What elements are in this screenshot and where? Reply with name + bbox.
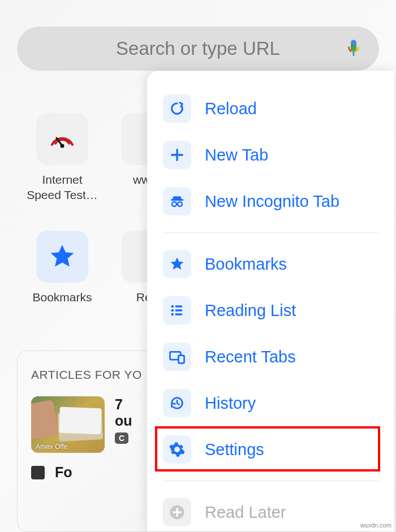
menu-item-settings[interactable]: Settings	[147, 426, 394, 473]
menu-item-history[interactable]: History	[147, 380, 394, 426]
menu-item-recent-tabs[interactable]: Recent Tabs	[147, 334, 394, 380]
star-icon	[36, 231, 88, 283]
svg-point-16	[171, 313, 174, 316]
plus-icon	[163, 141, 191, 169]
watermark: wsxdn.com	[360, 522, 391, 529]
shortcut-speedtest[interactable]: Internet Speed Test…	[25, 113, 99, 203]
menu-label: History	[205, 394, 256, 413]
menu-label: Reading List	[205, 301, 296, 320]
list-icon	[163, 296, 191, 325]
menu-divider	[163, 481, 378, 481]
history-icon	[163, 389, 191, 417]
plus-circle-icon	[163, 498, 191, 526]
article-text: 7 ou C	[115, 396, 132, 453]
star-icon	[163, 250, 191, 278]
search-placeholder: Search or type URL	[116, 38, 280, 59]
menu-label: New Incognito Tab	[205, 192, 339, 211]
menu-item-new-incognito[interactable]: New Incognito Tab	[147, 178, 394, 224]
article-icon	[31, 466, 45, 479]
menu-item-reload[interactable]: Reload	[147, 85, 394, 132]
menu-label: Settings	[205, 440, 264, 459]
menu-label: Recent Tabs	[205, 348, 296, 366]
speedtest-icon	[36, 113, 88, 165]
menu-label: Reload	[205, 100, 257, 118]
shortcut-label: Internet Speed Test…	[25, 172, 99, 203]
svg-point-10	[178, 202, 182, 206]
menu-label: Bookmarks	[205, 255, 287, 274]
menu-item-bookmarks[interactable]: Bookmarks	[147, 241, 394, 287]
shortcut-label: Bookmarks	[25, 289, 99, 305]
svg-rect-17	[175, 313, 183, 315]
svg-point-5	[61, 144, 64, 148]
svg-point-20	[175, 448, 179, 452]
menu-item-new-tab[interactable]: New Tab	[147, 132, 394, 178]
search-bar[interactable]: Search or type URL	[17, 27, 379, 71]
menu-label: New Tab	[205, 146, 268, 165]
menu-item-read-later: Read Later	[147, 489, 394, 532]
mic-icon[interactable]	[345, 38, 362, 59]
reload-icon	[163, 94, 191, 123]
svg-rect-13	[175, 305, 183, 307]
incognito-icon	[163, 187, 191, 215]
menu-divider	[163, 232, 378, 233]
gear-icon	[163, 435, 191, 464]
devices-icon	[163, 343, 191, 371]
article-thumbnail: Amex Offe	[31, 396, 105, 453]
svg-rect-15	[175, 309, 183, 311]
svg-rect-8	[171, 199, 184, 201]
overflow-menu: Reload New Tab New Incognito Tab Bookmar…	[147, 71, 394, 531]
shortcut-bookmarks[interactable]: Bookmarks	[25, 231, 99, 305]
svg-rect-19	[179, 356, 184, 364]
svg-point-12	[171, 305, 174, 308]
svg-point-14	[171, 309, 174, 312]
svg-rect-2	[351, 47, 356, 50]
menu-label: Read Later	[205, 503, 286, 522]
menu-item-reading-list[interactable]: Reading List	[147, 287, 394, 334]
svg-point-9	[172, 202, 177, 206]
article-badge: C	[115, 432, 128, 444]
